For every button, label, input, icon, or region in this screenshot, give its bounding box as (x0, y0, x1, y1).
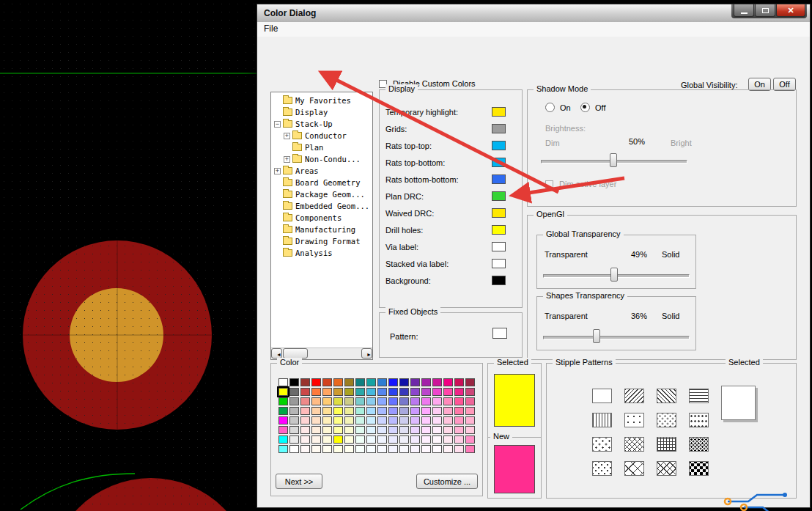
palette-cell[interactable] (421, 388, 431, 396)
palette-cell[interactable] (278, 397, 288, 405)
color-swatch-drill-holes[interactable] (492, 225, 506, 235)
shadow-slider-thumb[interactable] (610, 153, 617, 167)
palette-cell[interactable] (355, 426, 365, 434)
tree-item-my-favorites[interactable]: My Favorites (273, 95, 371, 106)
palette-cell[interactable] (432, 397, 442, 405)
palette-cell[interactable] (399, 416, 409, 424)
pattern-swatch[interactable] (492, 328, 507, 339)
palette-cell[interactable] (289, 426, 299, 434)
palette-cell[interactable] (366, 378, 376, 386)
palette-cell[interactable] (289, 435, 299, 444)
palette-cell[interactable] (454, 435, 464, 444)
scroll-right-button[interactable]: ► (361, 348, 372, 359)
palette-cell[interactable] (454, 388, 464, 396)
palette-cell[interactable] (289, 445, 299, 453)
stipple-pattern-diag-back[interactable] (624, 389, 644, 403)
palette-cell[interactable] (322, 426, 332, 434)
palette-cell[interactable] (344, 388, 354, 396)
palette-cell[interactable] (278, 407, 288, 415)
shapes-transparency-thumb[interactable] (593, 329, 600, 343)
palette-cell[interactable] (432, 426, 442, 434)
color-swatch-plan-drc[interactable] (492, 191, 506, 201)
menu-file[interactable]: File (257, 22, 284, 35)
palette-cell[interactable] (355, 407, 365, 415)
close-button[interactable]: ✕ (776, 4, 805, 17)
palette-cell[interactable] (322, 378, 332, 386)
palette-cell[interactable] (377, 435, 387, 444)
palette-cell[interactable] (410, 388, 420, 396)
palette-cell[interactable] (443, 407, 453, 415)
palette-cell[interactable] (388, 426, 398, 434)
palette-cell[interactable] (355, 416, 365, 424)
palette-cell[interactable] (399, 435, 409, 444)
shapes-transparency-slider[interactable] (543, 329, 690, 344)
palette-cell[interactable] (344, 378, 354, 386)
palette-cell[interactable] (355, 435, 365, 444)
stipple-pattern-dots-large[interactable] (689, 461, 709, 476)
palette-cell[interactable] (322, 397, 332, 405)
palette-cell[interactable] (432, 435, 442, 444)
palette-cell[interactable] (399, 388, 409, 396)
tree-item-components[interactable]: Components (273, 212, 371, 224)
color-swatch-waived-drc[interactable] (492, 208, 506, 218)
global-transparency-slider[interactable] (543, 268, 690, 282)
palette-cell[interactable] (377, 388, 387, 396)
palette-cell[interactable] (311, 416, 321, 424)
palette-cell[interactable] (300, 435, 310, 444)
tree-item-conductor[interactable]: +Conductor (273, 130, 371, 141)
palette-cell[interactable] (388, 388, 398, 396)
tree-item-analysis[interactable]: Analysis (273, 247, 371, 259)
palette-cell[interactable] (399, 397, 409, 405)
palette-cell[interactable] (377, 407, 387, 415)
palette-cell[interactable] (421, 407, 431, 415)
palette-cell[interactable] (388, 407, 398, 415)
stipple-pattern-dots-diag[interactable] (592, 437, 612, 452)
palette-cell[interactable] (333, 388, 343, 396)
palette-cell[interactable] (454, 445, 464, 453)
palette-cell[interactable] (289, 388, 299, 396)
palette-cell[interactable] (388, 445, 398, 453)
palette-cell[interactable] (300, 397, 310, 405)
palette-cell[interactable] (410, 426, 420, 434)
minimize-button[interactable] (734, 4, 754, 17)
palette-cell[interactable] (366, 388, 376, 396)
palette-cell[interactable] (333, 426, 343, 434)
stipple-pattern-vlines[interactable] (592, 413, 612, 427)
palette-cell[interactable] (432, 388, 442, 396)
scroll-thumb[interactable] (283, 348, 308, 359)
palette-cell[interactable] (465, 435, 475, 444)
color-swatch-rats-top-top[interactable] (492, 141, 506, 150)
palette-cell[interactable] (344, 397, 354, 405)
tree-item-drawing-format[interactable]: Drawing Format (273, 235, 371, 247)
tree-item-display[interactable]: Display (273, 106, 371, 118)
palette-cell[interactable] (443, 388, 453, 396)
palette-cell[interactable] (421, 435, 431, 444)
palette-cell[interactable] (311, 435, 321, 444)
palette-cell[interactable] (355, 445, 365, 453)
global-transparency-thumb[interactable] (610, 268, 618, 282)
color-swatch-background[interactable] (492, 276, 506, 285)
palette-cell[interactable] (421, 426, 431, 434)
color-swatch-stacked-via-label[interactable] (492, 259, 506, 268)
palette-cell[interactable] (322, 416, 332, 424)
palette-cell[interactable] (278, 445, 288, 453)
stipple-pattern-dots-rows[interactable] (689, 413, 709, 427)
palette-cell[interactable] (333, 378, 343, 386)
palette-cell[interactable] (388, 397, 398, 405)
palette-cell[interactable] (289, 378, 299, 386)
palette-cell[interactable] (300, 445, 310, 453)
palette-cell[interactable] (454, 407, 464, 415)
palette-cell[interactable] (465, 378, 475, 386)
palette-cell[interactable] (432, 445, 442, 453)
palette-cell[interactable] (443, 435, 453, 444)
palette-cell[interactable] (344, 407, 354, 415)
palette-cell[interactable] (454, 397, 464, 405)
stipple-pattern-dots-scatter[interactable] (592, 461, 612, 476)
palette-cell[interactable] (377, 378, 387, 386)
palette-cell[interactable] (443, 416, 453, 424)
palette-cell[interactable] (410, 378, 420, 386)
stipple-pattern-crosshatch[interactable] (624, 437, 644, 452)
palette-cell[interactable] (465, 426, 475, 434)
palette-cell[interactable] (432, 416, 442, 424)
palette-cell[interactable] (465, 407, 475, 415)
